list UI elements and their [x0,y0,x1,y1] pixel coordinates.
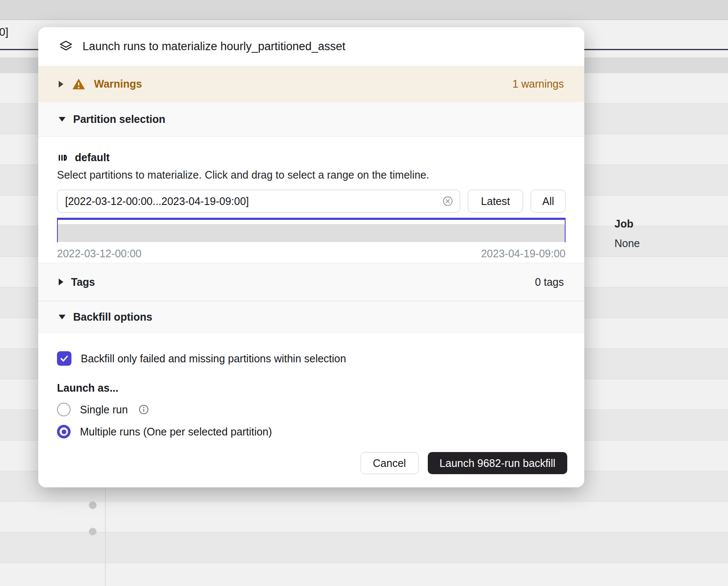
clear-input-button[interactable] [442,196,453,207]
all-button[interactable]: All [531,190,566,213]
partition-header-left: Partition selection [59,113,165,125]
clear-circle-x-icon [442,196,453,207]
multiple-runs-option[interactable]: Multiple runs (One per selected partitio… [57,425,566,438]
multiple-runs-radio[interactable] [57,425,71,438]
partition-range-input[interactable] [57,190,460,213]
job-column-value: None [614,237,640,250]
radio-dot [62,430,66,434]
chevron-down-icon [59,315,65,319]
timeline-end-label: 2023-04-19-09:00 [481,247,566,260]
job-column-header: Job [614,218,640,230]
row-dot [89,528,97,535]
warning-icon [72,78,85,91]
asset-stack-icon [59,40,73,54]
radio-ring [60,427,68,436]
partition-timeline[interactable] [57,218,566,242]
tags-title: Tags [71,276,95,288]
tags-header-left: Tags [59,276,95,288]
dimension-row: default [57,151,566,164]
launch-backfill-button[interactable]: Launch 9682-run backfill [428,452,567,474]
backfill-options-title: Backfill options [73,311,152,323]
latest-button[interactable]: Latest [468,190,523,213]
warnings-section-header[interactable]: Warnings 1 warnings [38,66,584,102]
partition-selection-title: Partition selection [73,113,165,125]
cancel-button[interactable]: Cancel [361,452,418,474]
backfill-header-left: Backfill options [59,311,152,323]
warnings-count: 1 warnings [512,78,564,90]
job-column: Job None [614,218,640,250]
backfill-options-content: Backfill only failed and missing partiti… [38,333,584,439]
dialog-title: Launch runs to materialize hourly_partit… [82,40,345,53]
launch-as-label: Launch as... [57,382,566,394]
failed-missing-checkbox-row[interactable]: Backfill only failed and missing partiti… [57,351,566,366]
single-run-info-button[interactable] [138,404,149,415]
chevron-down-icon [59,117,65,122]
multiple-runs-label: Multiple runs (One per selected partitio… [80,426,272,438]
timeline-labels: 2022-03-12-00:00 2023-04-19-09:00 [57,247,566,260]
timeline-bar [58,224,565,242]
chevron-right-icon [59,81,63,88]
chevron-right-icon [59,279,63,285]
screen: 0] Job None Launch runs to materialize h… [0,0,728,586]
tags-section-header[interactable]: Tags 0 tags [38,263,584,301]
partition-icon [57,152,69,164]
backfill-options-header[interactable]: Backfill options [38,301,584,333]
partition-controls-row: Latest All [57,190,566,213]
partition-range-input-wrap [57,190,460,213]
failed-missing-checkbox[interactable] [57,351,71,366]
tags-count: 0 tags [535,276,564,288]
warnings-left-group: Warnings [59,78,142,91]
partition-selection-header[interactable]: Partition selection [38,102,584,137]
row-dot [89,501,97,509]
failed-missing-checkbox-label: Backfill only failed and missing partiti… [81,353,346,365]
clipped-text: 0] [0,26,9,39]
single-run-label: Single run [80,404,128,416]
timeline-start-label: 2022-03-12-00:00 [57,247,142,260]
dialog-header: Launch runs to materialize hourly_partit… [38,27,584,66]
partition-dimension-name: default [75,151,110,164]
partition-selection-content: default Select partitions to materialize… [38,137,584,263]
warnings-label: Warnings [94,78,142,90]
single-run-radio[interactable] [57,403,71,416]
info-icon [138,404,149,415]
single-run-option[interactable]: Single run [57,403,566,416]
dialog-footer: Cancel Launch 9682-run backfill [38,439,584,487]
background-column-border [105,487,105,586]
partition-selection-description: Select partitions to materialize. Click … [57,169,566,181]
check-icon [59,353,69,364]
background-top-band [0,0,728,20]
launch-backfill-dialog: Launch runs to materialize hourly_partit… [38,27,584,487]
